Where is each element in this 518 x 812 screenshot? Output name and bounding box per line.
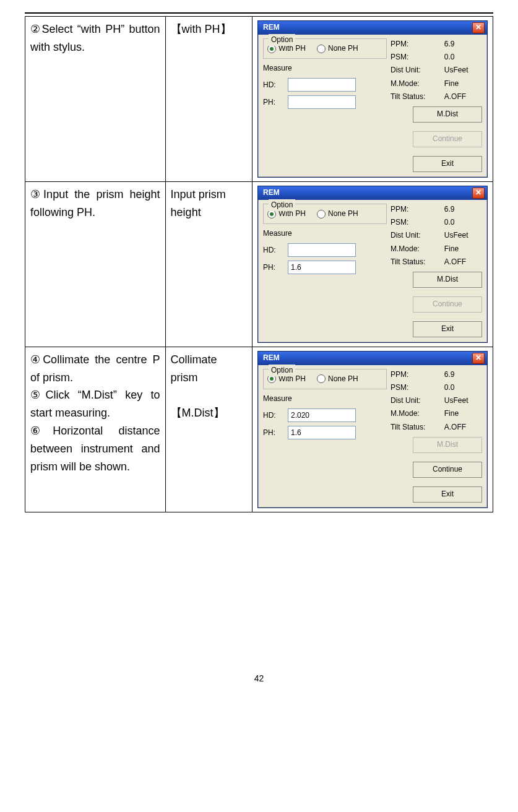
- page-number: 42: [25, 673, 493, 689]
- continue-button[interactable]: Continue: [413, 462, 482, 478]
- info-panel: PPM:6.9 PSM:0.0 Dist Unit:UsFeet M.Mode:…: [391, 38, 482, 103]
- ph-input[interactable]: 1.6: [288, 261, 356, 274]
- close-icon[interactable]: ✕: [472, 188, 485, 199]
- option-label: Option: [269, 199, 295, 211]
- hd-label: HD:: [263, 79, 282, 91]
- continue-button[interactable]: Continue: [413, 296, 482, 313]
- info-panel: PPM:6.9 PSM:0.0 Dist Unit:UsFeet M.Mode:…: [391, 204, 482, 268]
- close-icon[interactable]: ✕: [472, 22, 485, 33]
- option-label: Option: [269, 34, 295, 46]
- measure-label: Measure: [263, 393, 387, 405]
- option-group: Option With PH None PH: [263, 369, 387, 389]
- mdist-button[interactable]: M.Dist: [413, 437, 482, 453]
- screenshot-cell: REM ✕ Option With PH None PH: [253, 17, 493, 182]
- hd-label: HD:: [263, 410, 282, 421]
- continue-button[interactable]: Continue: [413, 131, 482, 147]
- option-label: Option: [269, 365, 295, 376]
- option-group: Option With PH None PH: [263, 38, 387, 59]
- screenshot-cell: REM ✕ Option With PH None PH: [253, 347, 493, 512]
- window-title: REM: [261, 352, 472, 364]
- hd-input[interactable]: [288, 243, 356, 257]
- close-icon[interactable]: ✕: [472, 353, 485, 364]
- none-ph-radio[interactable]: None PH: [317, 208, 358, 220]
- rem-window: REM ✕ Option With PH None PH: [257, 351, 488, 508]
- description-cell: ②Select “with PH” button with stylus.: [25, 17, 166, 182]
- window-title: REM: [261, 187, 472, 199]
- table-row: ④Collimate the centre P of prism.⑤Click …: [25, 347, 493, 512]
- titlebar: REM ✕: [258, 186, 487, 200]
- ph-label: PH:: [263, 97, 282, 108]
- exit-button[interactable]: Exit: [413, 156, 482, 172]
- ph-input[interactable]: 1.6: [288, 426, 356, 439]
- rem-window: REM ✕ Option With PH None PH: [257, 186, 488, 343]
- exit-button[interactable]: Exit: [413, 321, 482, 337]
- table-row: ②Select “with PH” button with stylus.【wi…: [25, 17, 493, 182]
- hd-input[interactable]: [288, 78, 356, 92]
- window-title: REM: [261, 22, 472, 33]
- action-cell: 【with PH】: [165, 17, 252, 182]
- ph-label: PH:: [263, 427, 282, 439]
- info-panel: PPM:6.9 PSM:0.0 Dist Unit:UsFeet M.Mode:…: [391, 369, 482, 433]
- none-ph-label: None PH: [328, 208, 358, 220]
- none-ph-radio[interactable]: None PH: [317, 373, 358, 385]
- mdist-button[interactable]: M.Dist: [413, 272, 482, 288]
- exit-button[interactable]: Exit: [413, 486, 482, 503]
- hd-label: HD:: [263, 244, 282, 256]
- instruction-table: ②Select “with PH” button with stylus.【wi…: [25, 16, 493, 512]
- ph-input[interactable]: [288, 95, 356, 109]
- action-cell: Collimate prism【M.Dist】: [165, 347, 252, 512]
- description-cell: ③Input the prism height following PH.: [25, 181, 166, 347]
- ph-label: PH:: [263, 262, 282, 274]
- action-cell: Input prism height: [165, 181, 252, 347]
- none-ph-label: None PH: [328, 373, 358, 385]
- none-ph-radio[interactable]: None PH: [317, 43, 358, 54]
- description-cell: ④Collimate the centre P of prism.⑤Click …: [25, 347, 166, 512]
- measure-label: Measure: [263, 228, 387, 240]
- rem-window: REM ✕ Option With PH None PH: [257, 20, 488, 178]
- mdist-button[interactable]: M.Dist: [413, 106, 482, 123]
- measure-label: Measure: [263, 63, 387, 74]
- none-ph-label: None PH: [328, 43, 358, 54]
- screenshot-cell: REM ✕ Option With PH None PH: [253, 181, 493, 347]
- titlebar: REM ✕: [258, 21, 487, 35]
- table-row: ③Input the prism height following PH.Inp…: [25, 181, 493, 347]
- option-group: Option With PH None PH: [263, 204, 387, 224]
- hd-input[interactable]: 2.020: [288, 408, 356, 422]
- titlebar: REM ✕: [258, 352, 487, 365]
